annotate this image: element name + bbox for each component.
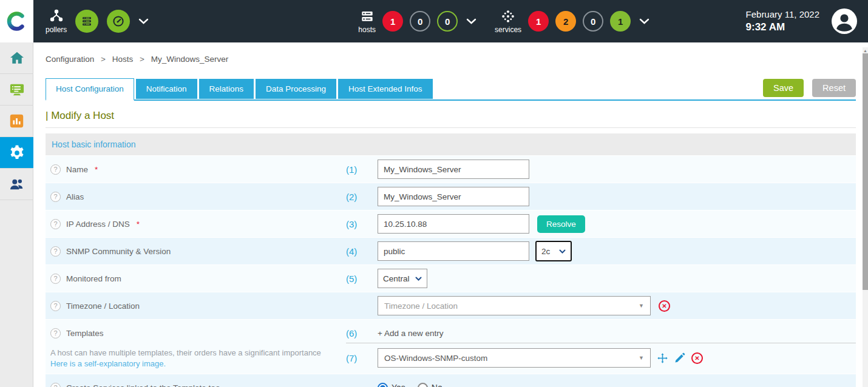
- monitored-from-label-cell: ? Monitored from: [46, 274, 346, 284]
- main-column: pollers: [33, 0, 868, 387]
- monitored-from-select[interactable]: Central: [378, 269, 427, 288]
- breadcrumb: Configuration > Hosts > My_Windows_Serve…: [46, 55, 856, 64]
- centreon-logo-icon: [6, 10, 28, 32]
- services-status[interactable]: services: [495, 8, 521, 34]
- scrollbar-thumb[interactable]: [863, 53, 868, 290]
- users-icon: [8, 176, 25, 193]
- remove-template-icon[interactable]: ✕: [691, 352, 703, 364]
- hosts-status[interactable]: hosts: [358, 8, 376, 34]
- breadcrumb-configuration[interactable]: Configuration: [46, 55, 94, 64]
- gauge-icon: [112, 15, 125, 28]
- help-icon[interactable]: ?: [50, 246, 61, 257]
- timezone-label-cell: ? Timezone / Location: [46, 301, 346, 311]
- pencil-icon: [674, 352, 685, 363]
- tab-host-configuration[interactable]: Host Configuration: [46, 78, 134, 101]
- chevron-down-icon: [559, 249, 566, 254]
- required-asterisk: *: [95, 165, 98, 174]
- scrollbar-up-arrow[interactable]: ▲: [863, 47, 868, 53]
- tab-data-processing[interactable]: Data Processing: [256, 79, 336, 99]
- hosts-icon: [359, 8, 375, 24]
- template-select[interactable]: OS-Windows-SNMP-custom ▼: [378, 348, 651, 368]
- services-critical-badge[interactable]: 1: [528, 11, 549, 32]
- move-template-handle[interactable]: [657, 352, 668, 364]
- annotation-3: (3): [346, 219, 378, 229]
- poller-latency-status[interactable]: [107, 10, 130, 33]
- clear-timezone-icon[interactable]: ✕: [659, 300, 670, 312]
- help-icon[interactable]: ?: [50, 301, 61, 311]
- gear-icon: [8, 144, 26, 162]
- ip-address-input[interactable]: [378, 214, 529, 234]
- pollers-status[interactable]: pollers: [46, 8, 67, 34]
- help-icon[interactable]: ?: [50, 164, 61, 175]
- snmp-community-input[interactable]: [378, 241, 529, 261]
- hosts-down-badge[interactable]: 1: [382, 11, 403, 32]
- timezone-label: Timezone / Location: [66, 301, 140, 311]
- reset-button[interactable]: Reset: [812, 79, 856, 97]
- services-unknown-badge[interactable]: 0: [583, 11, 603, 32]
- hosts-up-badge[interactable]: 0: [437, 11, 458, 32]
- caret-down-icon: ▼: [639, 355, 644, 361]
- radio-yes[interactable]: [378, 383, 388, 387]
- monitored-from-value: Central: [383, 274, 410, 283]
- annotation-2: (2): [346, 192, 378, 202]
- pollers-icon: [49, 8, 64, 24]
- sidebar-item-administration[interactable]: [0, 169, 33, 200]
- tab-relations[interactable]: Relations: [199, 79, 254, 99]
- form-actions: Save Reset: [763, 79, 856, 97]
- tab-notification[interactable]: Notification: [136, 79, 197, 99]
- centreon-logo[interactable]: [0, 0, 33, 42]
- ip-label-cell: ? IP Address / DNS *: [46, 219, 346, 229]
- radio-no[interactable]: [418, 383, 428, 387]
- create-services-yes-option[interactable]: Yes: [378, 383, 405, 387]
- form-row-alias: ? Alias (2): [46, 183, 856, 210]
- home-icon: [8, 50, 25, 67]
- alias-label: Alias: [66, 192, 84, 201]
- help-icon[interactable]: ?: [50, 274, 61, 284]
- pollers-label: pollers: [46, 25, 67, 34]
- help-icon[interactable]: ?: [50, 219, 61, 229]
- help-icon[interactable]: ?: [50, 383, 61, 387]
- page-content: Configuration > Hosts > My_Windows_Serve…: [33, 42, 868, 387]
- centreon-app: pollers: [0, 0, 868, 387]
- snmp-version-value: 2c: [541, 247, 550, 256]
- services-warning-badge[interactable]: 2: [555, 11, 576, 32]
- templates-helper-text: A host can have multiple templates, thei…: [50, 348, 346, 369]
- templates-helper-link[interactable]: Here is a self-explanatory image.: [50, 359, 166, 368]
- sidebar-item-reporting[interactable]: [0, 106, 33, 137]
- snmp-community-label: SNMP Community & Version: [66, 247, 171, 256]
- help-icon[interactable]: ?: [50, 192, 61, 202]
- sidebar-item-home[interactable]: [0, 42, 33, 74]
- help-icon[interactable]: ?: [50, 328, 61, 338]
- alias-input[interactable]: [378, 187, 529, 206]
- vertical-scrollbar[interactable]: ▲: [863, 47, 868, 387]
- breadcrumb-separator: >: [140, 55, 144, 64]
- snmp-version-select[interactable]: 2c: [535, 241, 572, 261]
- sidebar-item-monitoring[interactable]: [0, 74, 33, 106]
- sidebar-item-configuration[interactable]: [0, 137, 33, 169]
- poller-servers-status[interactable]: [75, 10, 98, 33]
- form-row-ip-address: ? IP Address / DNS * (3) Resolve: [46, 210, 856, 237]
- section-host-basic-information[interactable]: Host basic information: [46, 133, 856, 155]
- resolve-button[interactable]: Resolve: [537, 215, 585, 233]
- annotation-5: (5): [346, 274, 378, 284]
- chevron-down-icon: [415, 277, 422, 281]
- user-avatar[interactable]: [832, 8, 857, 34]
- required-asterisk: *: [137, 220, 140, 229]
- services-ok-badge[interactable]: 1: [610, 11, 631, 32]
- breadcrumb-hosts[interactable]: Hosts: [112, 55, 134, 64]
- radio-no-label: No: [432, 383, 442, 387]
- hosts-unreachable-badge[interactable]: 0: [410, 11, 430, 32]
- hosts-chevron-down-icon[interactable]: [466, 18, 476, 24]
- template-value: OS-Windows-SNMP-custom: [384, 354, 487, 363]
- create-services-no-option[interactable]: No: [418, 383, 442, 387]
- timezone-select[interactable]: Timezone / Location ▼: [378, 296, 651, 315]
- add-template-entry-link[interactable]: + Add a new entry: [378, 329, 443, 338]
- save-button[interactable]: Save: [763, 79, 804, 97]
- pollers-chevron-down-icon[interactable]: [138, 18, 149, 24]
- name-label-cell: ? Name *: [46, 164, 346, 175]
- services-chevron-down-icon[interactable]: [639, 18, 649, 24]
- monitoring-console-icon: [8, 81, 25, 98]
- name-input[interactable]: [378, 160, 529, 179]
- tab-host-extended-infos[interactable]: Host Extended Infos: [338, 79, 433, 99]
- edit-template-button[interactable]: [674, 352, 685, 363]
